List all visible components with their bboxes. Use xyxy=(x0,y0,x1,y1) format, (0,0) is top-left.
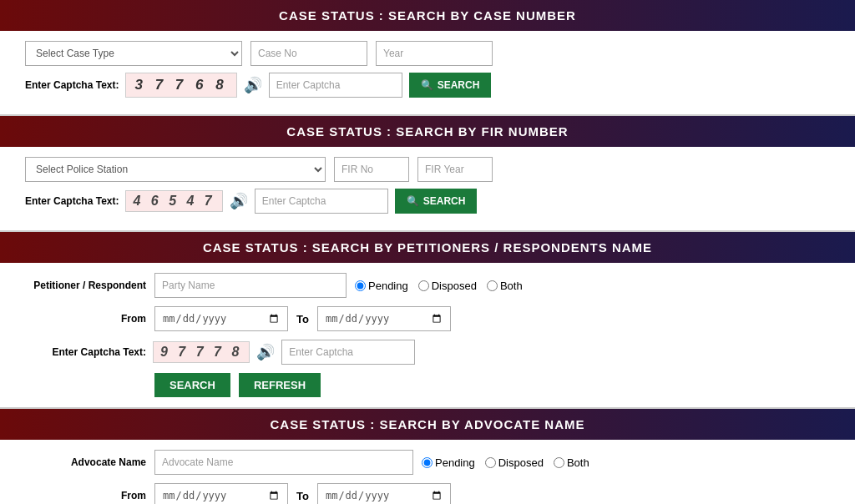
radio-both-label[interactable]: Both xyxy=(487,280,523,292)
s4-radio-pending-label[interactable]: Pending xyxy=(422,456,475,469)
section2-captcha-label: Enter Captcha Text: xyxy=(25,195,119,207)
case-type-select[interactable]: Select Case Type xyxy=(25,41,242,66)
section3-header: CASE STATUS : SEARCH BY PETITIONERS / RE… xyxy=(0,232,855,263)
radio-disposed[interactable] xyxy=(418,280,429,291)
section3-date-row: From To xyxy=(25,306,830,331)
section4-wrapper: CASE STATUS : SEARCH BY ADVOCATE NAME Ad… xyxy=(0,409,855,504)
section3-captcha-input[interactable] xyxy=(281,340,415,365)
section1-captcha-row: Enter Captcha Text: 3 7 7 6 8 🔊 🔍 SEARCH xyxy=(25,73,830,98)
section3-captcha-image: 9 7 7 7 8 xyxy=(153,341,250,363)
section2-inputs-row: Select Police Station xyxy=(25,157,830,182)
section3-radio-group: Pending Disposed Both xyxy=(355,280,523,292)
section1-search-label: SEARCH xyxy=(438,79,480,91)
speaker-icon-2: 🔊 xyxy=(230,192,248,210)
section1-body: Select Case Type Enter Captcha Text: 3 7… xyxy=(0,31,855,114)
section4-body: Advocate Name Pending Disposed Both From xyxy=(0,440,855,504)
section3-from-label: From xyxy=(25,313,146,325)
section1-speaker-button[interactable]: 🔊 xyxy=(244,76,262,94)
fir-year-input[interactable] xyxy=(417,157,493,182)
section4-to-date[interactable] xyxy=(317,483,451,504)
section3-speaker-button[interactable]: 🔊 xyxy=(256,343,275,361)
section1-captcha-label: Enter Captcha Text: xyxy=(25,79,119,91)
petitioner-label: Petitioner / Respondent xyxy=(25,280,146,291)
section2-search-label: SEARCH xyxy=(423,195,466,207)
radio-disposed-label[interactable]: Disposed xyxy=(418,280,477,292)
section2-search-button[interactable]: 🔍 SEARCH xyxy=(395,189,478,214)
section3-search-button[interactable]: SEARCH xyxy=(154,373,230,397)
s4-radio-pending[interactable] xyxy=(422,457,433,468)
section3-search-label: SEARCH xyxy=(169,379,215,391)
section3-refresh-button[interactable]: REFRESH xyxy=(239,373,321,397)
section3-name-row: Petitioner / Respondent Pending Disposed… xyxy=(25,273,830,298)
section4-radio-group: Pending Disposed Both xyxy=(422,456,589,469)
section4-title: CASE STATUS : SEARCH BY ADVOCATE NAME xyxy=(270,417,584,431)
section1-title: CASE STATUS : SEARCH BY CASE NUMBER xyxy=(279,8,576,23)
s4-radio-both-label[interactable]: Both xyxy=(554,456,589,469)
advocate-name-input[interactable] xyxy=(154,450,413,475)
police-station-select[interactable]: Select Police Station xyxy=(25,157,326,182)
party-name-input[interactable] xyxy=(154,273,347,298)
year-input[interactable] xyxy=(376,41,493,66)
search-icon-2: 🔍 xyxy=(407,195,419,207)
section1-inputs-row: Select Case Type xyxy=(25,41,830,66)
section3-refresh-label: REFRESH xyxy=(254,379,306,391)
section3-from-date[interactable] xyxy=(154,306,288,331)
section2-captcha-input[interactable] xyxy=(255,189,388,214)
section4-to-label: To xyxy=(296,490,309,502)
section3-body: Petitioner / Respondent Pending Disposed… xyxy=(0,263,855,407)
section4-date-row: From To xyxy=(25,483,830,504)
section3-to-date[interactable] xyxy=(317,306,451,331)
search-icon: 🔍 xyxy=(421,79,433,91)
section3-title: CASE STATUS : SEARCH BY PETITIONERS / RE… xyxy=(203,240,652,255)
s4-radio-both[interactable] xyxy=(554,457,564,468)
section3-wrapper: CASE STATUS : SEARCH BY PETITIONERS / RE… xyxy=(0,232,855,409)
section2-speaker-button[interactable]: 🔊 xyxy=(230,192,248,210)
section2-wrapper: CASE STATUS : SEARCH BY FIR NUMBER Selec… xyxy=(0,116,855,232)
speaker-icon-3: 🔊 xyxy=(256,343,275,361)
section4-from-label: From xyxy=(25,490,146,501)
section2-captcha-row: Enter Captcha Text: 4 6 5 4 7 🔊 🔍 SEARCH xyxy=(25,189,830,214)
section2-body: Select Police Station Enter Captcha Text… xyxy=(0,147,855,230)
section3-captcha-row: Enter Captcha Text: 9 7 7 7 8 🔊 xyxy=(25,340,830,365)
section4-name-row: Advocate Name Pending Disposed Both xyxy=(25,450,830,475)
section1-header: CASE STATUS : SEARCH BY CASE NUMBER xyxy=(0,0,855,31)
case-no-input[interactable] xyxy=(250,41,367,66)
section1-search-button[interactable]: 🔍 SEARCH xyxy=(409,73,492,98)
fir-no-input[interactable] xyxy=(334,157,409,182)
section1-captcha-input[interactable] xyxy=(269,73,402,98)
radio-both[interactable] xyxy=(487,280,498,291)
section3-captcha-label: Enter Captcha Text: xyxy=(25,346,146,358)
section2-title: CASE STATUS : SEARCH BY FIR NUMBER xyxy=(286,124,568,139)
section3-to-label: To xyxy=(296,313,309,325)
section1-captcha-image: 3 7 7 6 8 xyxy=(125,73,236,98)
section3-btn-row: SEARCH REFRESH xyxy=(25,373,830,397)
section1-wrapper: CASE STATUS : SEARCH BY CASE NUMBER Sele… xyxy=(0,0,855,116)
section2-header: CASE STATUS : SEARCH BY FIR NUMBER xyxy=(0,116,855,147)
s4-radio-disposed-label[interactable]: Disposed xyxy=(485,456,544,469)
section4-from-date[interactable] xyxy=(154,483,288,504)
radio-pending[interactable] xyxy=(355,280,366,291)
section2-captcha-image: 4 6 5 4 7 xyxy=(125,190,222,212)
advocate-label: Advocate Name xyxy=(25,456,146,468)
s4-radio-disposed[interactable] xyxy=(485,457,496,468)
speaker-icon: 🔊 xyxy=(244,76,262,94)
section4-header: CASE STATUS : SEARCH BY ADVOCATE NAME xyxy=(0,409,855,440)
radio-pending-label[interactable]: Pending xyxy=(355,280,408,292)
